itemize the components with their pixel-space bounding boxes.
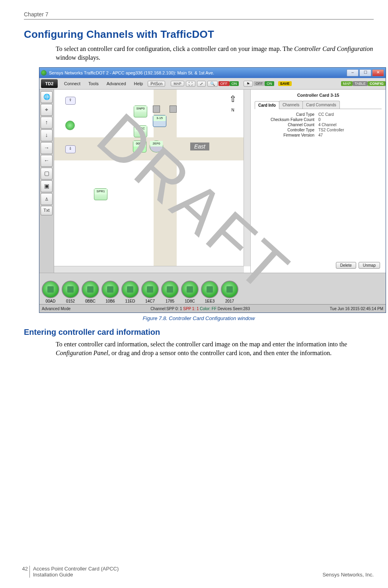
status-datetime: Tue Jun 16 2015 02:45:14 PM (330, 307, 383, 311)
device-icon (161, 281, 179, 298)
maximize-button[interactable]: ☐ (359, 69, 371, 76)
globe-icon[interactable]: 🌐 (41, 91, 53, 103)
compass-tool-icon[interactable]: ⍋ (41, 193, 53, 205)
minimize-button[interactable]: – (347, 69, 359, 76)
arrow-left-icon[interactable]: ← (41, 155, 53, 167)
flag-icon[interactable]: ⚑ (244, 81, 253, 87)
config-tabs: Card Info Channels Card Commands (255, 101, 382, 109)
window-titlebar[interactable]: Sensys Networks TrafficDOT 2 - APCC apeg… (39, 68, 386, 78)
map-node-snp0[interactable]: SNP0 (134, 105, 147, 117)
info-value: 47 (318, 133, 323, 137)
map-node-apcc[interactable]: APCC (134, 125, 147, 137)
device-id: 1D8C (185, 299, 195, 303)
device-icon[interactable]: ▢ (41, 168, 53, 180)
zoom-fit-icon[interactable]: ⛶ (186, 81, 195, 87)
delete-button[interactable]: Delete (336, 262, 356, 269)
map-node-download-icon[interactable]: ⇩ (65, 145, 76, 153)
menu-advanced[interactable]: Advanced (103, 81, 130, 86)
close-button[interactable]: ✕ (372, 69, 384, 76)
sensor-icon[interactable]: ▣ (41, 180, 53, 192)
config-panel: Controller Card 3-15 Card Info Channels … (250, 90, 386, 273)
p2-em: Configuration Panel (56, 350, 108, 356)
toggle-on-1[interactable]: ON (230, 81, 239, 86)
device-icon (221, 281, 238, 298)
map-sensor-sq-2[interactable] (170, 105, 177, 113)
menu-tools[interactable]: Tools (84, 81, 103, 86)
device-id: 00AD (45, 299, 55, 303)
footer-title-1: Access Point Controller Card (APCC) (33, 566, 119, 572)
subsection-heading: Entering controller card information (24, 328, 374, 337)
pointer-icon[interactable]: ⌖ (41, 104, 53, 116)
p2-text-b: , or drag and drop a sensor onto the con… (108, 350, 331, 356)
device-id: 2017 (225, 299, 234, 303)
device-item[interactable]: 0BBC (82, 281, 99, 303)
arrow-up-icon[interactable]: ↑ (41, 117, 53, 129)
info-label: Channel Count (255, 123, 318, 127)
p1-em: Controller Card Configuration (294, 45, 373, 52)
device-id: 1EE3 (205, 299, 214, 303)
map-node-3-15[interactable]: 3-15 (153, 115, 166, 127)
device-item[interactable]: 00AD (42, 281, 59, 303)
page-number-spacer (16, 572, 30, 578)
device-icon (101, 281, 119, 298)
info-label: Firmware Version (255, 133, 318, 137)
device-icon (62, 281, 79, 298)
device-item[interactable]: 1D8C (181, 281, 199, 303)
tab-card-commands[interactable]: Card Commands (302, 101, 340, 109)
page-number: 42 (16, 566, 30, 572)
arrow-down-icon[interactable]: ↓ (41, 129, 53, 141)
view-map-button[interactable]: MAP (341, 81, 353, 86)
chapter-header: Chapter 7 (24, 11, 374, 18)
menu-help[interactable]: Help (130, 81, 147, 86)
device-item[interactable]: 2017 (221, 281, 238, 303)
device-item[interactable]: 10B6 (101, 281, 119, 303)
view-config-button[interactable]: CONFIG (368, 81, 386, 86)
device-item[interactable]: 1785 (161, 281, 179, 303)
arrow-right-icon[interactable]: → (41, 142, 53, 154)
map-node-005c[interactable]: 005C (133, 141, 146, 152)
device-tray: 00AD 0152 0BBC 10B6 11ED 14C7 1785 1D8C … (39, 273, 386, 304)
info-row: Checksum Failure Count0 (255, 117, 382, 122)
menu-connect[interactable]: Connect (60, 81, 84, 86)
tab-channels[interactable]: Channels (279, 101, 303, 109)
toggle-off-1[interactable]: OFF (218, 81, 230, 86)
map-node-spr1[interactable]: SPR1 (94, 188, 107, 200)
zoom-out-icon[interactable]: ⤢ (197, 81, 206, 87)
device-item[interactable]: 14C7 (141, 281, 159, 303)
map-node-2ef0[interactable]: 2EF0 (150, 141, 163, 152)
device-item[interactable]: 11ED (121, 281, 139, 303)
map-scrollbar-horizontal[interactable] (54, 266, 244, 273)
info-value: TS2 Controller (318, 128, 344, 132)
device-id: 0BBC (85, 299, 96, 303)
compass-icon[interactable]: ⇧N (227, 94, 238, 109)
status-mode: Advanced Mode (42, 307, 70, 311)
unmap-button[interactable]: Unmap (359, 262, 380, 269)
body-paragraph-2: To enter controller card information, se… (56, 340, 374, 357)
info-value: CC Card (318, 112, 334, 117)
device-item[interactable]: 1EE3 (201, 281, 218, 303)
statusbar: Advanced Mode Channel:SPP 0: 1 SPP 1: 1 … (39, 304, 386, 313)
tab-card-info[interactable]: Card Info (255, 101, 279, 109)
p2-text-a: To enter controller card information, se… (56, 341, 347, 348)
text-tool-button[interactable]: Txt (41, 206, 53, 215)
window-title-text: Sensys Networks TrafficDOT 2 - APCC apeg… (49, 70, 214, 75)
device-id: 1785 (166, 299, 174, 303)
search-icon[interactable]: 🔍 (207, 81, 218, 87)
map-canvas[interactable]: East ⇧N ⇪ SNP0 3-15 APCC ⇩ 005C 2EF0 SPR… (54, 90, 250, 273)
toggle-off-2[interactable]: OFF (253, 81, 265, 86)
view-table-button[interactable]: TABLE (353, 81, 368, 86)
toggle-on-2[interactable]: ON (265, 81, 274, 86)
info-label: Card Type (255, 112, 318, 117)
app-favicon-icon (41, 70, 47, 76)
info-label: Checksum Failure Count (255, 117, 318, 122)
map-sensor-sq-1[interactable] (153, 105, 160, 113)
map-scrollbar-vertical[interactable] (244, 90, 250, 266)
map-node-green-dot[interactable] (65, 121, 75, 130)
map-node-upload-icon[interactable]: ⇪ (65, 97, 76, 105)
info-row: Controller TypeTS2 Controller (255, 128, 382, 132)
prtscn-button[interactable]: PrtScn (148, 81, 165, 87)
device-icon (141, 281, 159, 298)
device-item[interactable]: 0152 (62, 281, 79, 303)
save-button[interactable]: SAVE (278, 81, 292, 86)
footer-company: Sensys Networks, Inc. (322, 572, 374, 578)
